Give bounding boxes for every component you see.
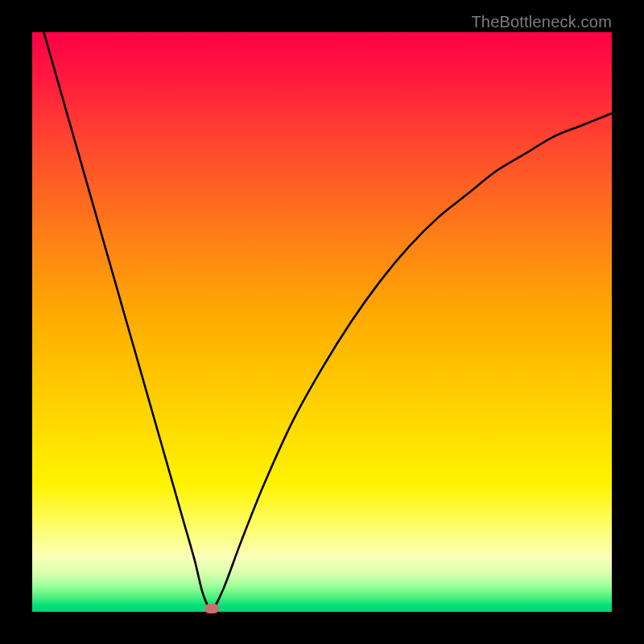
watermark-text: TheBottleneck.com (471, 13, 612, 31)
chart-plot-area (32, 32, 612, 612)
optimum-marker (204, 604, 219, 613)
bottleneck-curve (32, 32, 612, 612)
